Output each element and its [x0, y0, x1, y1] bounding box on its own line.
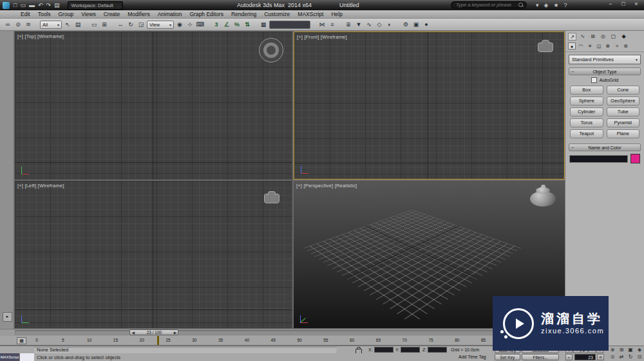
- primitive-cone-button[interactable]: Cone: [607, 86, 640, 95]
- object-color-swatch[interactable]: [630, 154, 640, 163]
- render-production-icon[interactable]: ●: [422, 20, 431, 29]
- select-and-link-icon[interactable]: ∞: [3, 20, 12, 29]
- mirror-icon[interactable]: ⋈: [317, 20, 327, 29]
- primitive-tube-button[interactable]: Tube: [607, 107, 640, 116]
- rectangular-selection-region-icon[interactable]: ▭: [90, 20, 99, 29]
- viewport-front-label[interactable]: [+] [Front] [Wireframe]: [297, 34, 347, 40]
- menu-customize[interactable]: Customize: [260, 10, 294, 18]
- use-pivot-point-center-icon[interactable]: ◉: [175, 20, 184, 29]
- workspace-dropdown[interactable]: Workspace: Default ▾: [68, 1, 123, 10]
- current-frame-marker[interactable]: [157, 336, 159, 345]
- teapot-object-perspective-view[interactable]: [530, 190, 556, 207]
- render-setup-icon[interactable]: ⚙: [401, 20, 410, 29]
- primitive-plane-button[interactable]: Plane: [607, 129, 640, 138]
- menu-graph-editors[interactable]: Graph Editors: [185, 10, 227, 18]
- select-and-scale-icon[interactable]: ◲: [137, 20, 146, 29]
- primitive-geosphere-button[interactable]: GeoSphere: [607, 97, 640, 106]
- menu-create[interactable]: Create: [100, 10, 124, 18]
- teapot-object-top-view[interactable]: [259, 38, 283, 62]
- named-selection-sets-dropdown[interactable]: ▾: [269, 21, 310, 29]
- menu-views[interactable]: Views: [77, 10, 100, 18]
- open-file-icon[interactable]: ▭: [20, 0, 26, 10]
- toggle-scene-explorer-icon[interactable]: ≣: [344, 20, 353, 29]
- viewport-left[interactable]: [+] [Left] [Wireframe]: [15, 181, 292, 328]
- menu-help[interactable]: Help: [327, 10, 346, 18]
- sign-in-icon[interactable]: ▾: [536, 0, 539, 10]
- pan-view-icon[interactable]: ⇄: [617, 353, 626, 361]
- autogrid-checkbox[interactable]: [591, 77, 597, 83]
- bind-to-space-warp-icon[interactable]: ≋: [24, 20, 33, 29]
- object-name-input[interactable]: [569, 155, 628, 163]
- z-coordinate-field[interactable]: [428, 347, 447, 353]
- spinner-snap-toggle-icon[interactable]: ⇅: [243, 20, 252, 29]
- field-of-view-icon[interactable]: ⊙: [608, 353, 617, 361]
- primitive-sphere-button[interactable]: Sphere: [570, 97, 603, 106]
- edit-named-selection-sets-icon[interactable]: ▦: [259, 20, 268, 29]
- app-logo-icon[interactable]: [3, 2, 10, 9]
- undo-icon[interactable]: ↶: [38, 0, 43, 10]
- minimize-button[interactable]: −: [604, 0, 617, 9]
- primitive-cylinder-button[interactable]: Cylinder: [570, 107, 603, 116]
- angle-snap-toggle-icon[interactable]: ∠: [222, 20, 231, 29]
- set-key-button[interactable]: Set Key: [495, 354, 520, 360]
- viewport-layout-flyout-button[interactable]: ▸: [3, 312, 12, 322]
- selection-filter-dropdown[interactable]: All▾: [40, 21, 62, 29]
- create-tab-icon[interactable]: ↗: [568, 33, 576, 41]
- primitive-box-button[interactable]: Box: [570, 86, 603, 95]
- select-by-name-icon[interactable]: ▤: [73, 20, 82, 29]
- menu-animation[interactable]: Animation: [154, 10, 186, 18]
- x-coordinate-field[interactable]: [374, 347, 393, 353]
- menu-group[interactable]: Group: [55, 10, 78, 18]
- viewport-front[interactable]: [+] [Front] [Wireframe]: [294, 32, 565, 180]
- keyboard-shortcut-override-icon[interactable]: ⌨: [196, 20, 205, 29]
- save-file-icon[interactable]: ▬: [29, 0, 35, 10]
- modify-tab-icon[interactable]: ∿: [578, 33, 587, 41]
- window-crossing-toggle-icon[interactable]: ⊞: [100, 20, 109, 29]
- menu-rendering[interactable]: Rendering: [227, 10, 260, 18]
- add-time-tag[interactable]: Add Time Tag: [459, 355, 486, 359]
- select-and-rotate-icon[interactable]: ↻: [126, 20, 135, 29]
- viewport-top-label[interactable]: [+] [Top] [Wireframe]: [17, 33, 64, 39]
- time-slider-handle[interactable]: ◀ 23 / 100 ▶: [129, 329, 178, 335]
- helpers-category-icon[interactable]: ⊗: [604, 42, 612, 50]
- help-icon[interactable]: ?: [564, 0, 567, 10]
- systems-category-icon[interactable]: ⊚: [622, 42, 630, 50]
- rendered-frame-window-icon[interactable]: ▣: [412, 20, 421, 29]
- menu-modifiers[interactable]: Modifiers: [124, 10, 153, 18]
- y-coordinate-field[interactable]: [401, 347, 420, 353]
- teapot-object-left-view[interactable]: [264, 194, 279, 203]
- previous-frame-arrow-icon[interactable]: ◀: [131, 330, 135, 335]
- motion-tab-icon[interactable]: ◎: [599, 33, 607, 41]
- close-button[interactable]: ×: [630, 0, 643, 9]
- time-configuration-icon[interactable]: ⊚: [597, 354, 604, 360]
- percent-snap-toggle-icon[interactable]: %: [232, 20, 242, 29]
- new-scene-icon[interactable]: □: [14, 0, 17, 10]
- maximize-button[interactable]: □: [617, 0, 630, 9]
- primitive-category-dropdown[interactable]: Standard Primitives ▾: [569, 55, 641, 64]
- align-icon[interactable]: ≡: [328, 20, 337, 29]
- schematic-view-icon[interactable]: ◇: [375, 20, 384, 29]
- select-and-move-icon[interactable]: ↔: [116, 20, 125, 29]
- viewport-left-label[interactable]: [+] [Left] [Wireframe]: [17, 183, 64, 189]
- key-filters-button[interactable]: Filters...: [522, 354, 559, 360]
- project-folder-icon[interactable]: ▤: [54, 0, 60, 10]
- viewport-top[interactable]: [+] [Top] [Wireframe]: [15, 32, 292, 180]
- utilities-tab-icon[interactable]: ◆: [620, 33, 628, 41]
- toggle-ribbon-icon[interactable]: ▼: [354, 20, 363, 29]
- search-input[interactable]: [455, 1, 518, 8]
- maximize-viewport-toggle-icon[interactable]: ⊡: [635, 353, 644, 361]
- rollout-name-and-color[interactable]: − Name and Color: [569, 143, 641, 151]
- maxscript-listener-field[interactable]: [19, 353, 34, 361]
- primitive-torus-button[interactable]: Torus: [570, 118, 603, 127]
- open-mini-curve-editor-button[interactable]: ▦: [17, 337, 26, 344]
- geometry-category-icon[interactable]: ●: [568, 42, 576, 50]
- key-mode-toggle-icon[interactable]: «: [565, 354, 573, 360]
- snaps-toggle-icon[interactable]: 3: [212, 20, 221, 29]
- favorites-icon[interactable]: ★: [553, 0, 558, 10]
- orbit-icon[interactable]: ↻: [626, 353, 635, 361]
- unlink-selection-icon[interactable]: ⊘: [14, 20, 23, 29]
- viewport-perspective-label[interactable]: [+] [Perspective] [Realistic]: [296, 183, 357, 189]
- lights-category-icon[interactable]: ☀: [586, 42, 594, 50]
- shapes-category-icon[interactable]: ◠: [577, 42, 585, 50]
- teapot-object-front-view[interactable]: [538, 42, 553, 52]
